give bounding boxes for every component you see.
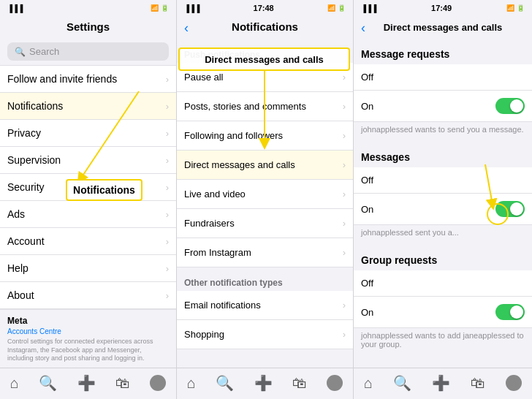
dm-calls-item[interactable]: Direct messages and calls ›	[177, 151, 353, 180]
message-requests-section: Message requests Off On johnapplessed wa…	[354, 39, 532, 140]
chevron-icon: ›	[166, 209, 169, 220]
group-req-on-label: On	[361, 307, 373, 318]
notifications-label: Notifications	[7, 100, 63, 112]
group-req-off-label: Off	[361, 278, 373, 289]
email-notifications-label: Email notifications	[184, 300, 261, 311]
settings-item-follow[interactable]: Follow and invite friends ›	[0, 65, 176, 93]
search-bar[interactable]: 🔍 Search	[7, 42, 169, 61]
messages-toggle[interactable]	[495, 201, 525, 217]
search-placeholder: Search	[29, 46, 59, 57]
chevron-icon: ›	[166, 236, 169, 247]
avatar-nav[interactable]	[150, 375, 166, 391]
shop-nav-icon-2[interactable]: 🛍	[292, 375, 307, 392]
settings-item-help[interactable]: Help ›	[0, 255, 176, 282]
privacy-label: Privacy	[7, 127, 41, 139]
live-video-label: Live and video	[184, 189, 246, 200]
home-nav-icon-2[interactable]: ⌂	[187, 375, 196, 392]
msg-req-off-label: Off	[361, 72, 373, 83]
settings-item-account[interactable]: Account ›	[0, 228, 176, 255]
add-nav-icon-2[interactable]: ➕	[254, 374, 273, 392]
dm-list: Message requests Off On johnapplessed wa…	[354, 39, 532, 368]
about-label: About	[7, 289, 34, 301]
settings-item-security[interactable]: Security ›	[0, 174, 176, 201]
chevron-icon: ›	[166, 182, 169, 193]
email-notifications-item[interactable]: Email notifications ›	[177, 291, 353, 320]
search-icon: 🔍	[15, 47, 26, 57]
following-followers-item[interactable]: Following and followers ›	[177, 121, 353, 151]
msg-req-note: johnapplessed wants to send you a messag…	[354, 122, 532, 140]
avatar-nav-3[interactable]	[506, 375, 522, 391]
accounts-centre-link[interactable]: Accounts Centre	[7, 327, 169, 335]
notifications-panel: ▐▐▐ 17:48 📶🔋 ‹ Notifications Push notifi…	[177, 0, 354, 399]
search-nav-icon-2[interactable]: 🔍	[216, 374, 234, 392]
msg-req-on-label: On	[361, 101, 373, 112]
group-req-on[interactable]: On	[354, 297, 532, 328]
following-followers-label: Following and followers	[184, 130, 283, 141]
settings-title: Settings	[66, 20, 110, 33]
chevron-icon: ›	[343, 72, 346, 83]
group-req-off[interactable]: Off	[354, 270, 532, 297]
settings-item-privacy[interactable]: Privacy ›	[0, 120, 176, 147]
status-bar-2: ▐▐▐ 17:48 📶🔋	[177, 0, 353, 16]
messages-note: johnapplessed sent you a...	[354, 225, 532, 243]
chevron-icon: ›	[343, 101, 346, 112]
fundraisers-item[interactable]: Fundraisers ›	[177, 209, 353, 238]
group-requests-title: Group requests	[354, 246, 532, 270]
push-notifications-header: Push notifications	[177, 39, 353, 63]
supervision-label: Supervision	[7, 154, 61, 166]
group-req-toggle[interactable]	[495, 304, 525, 320]
back-arrow-3[interactable]: ‹	[361, 20, 365, 36]
ads-label: Ads	[7, 208, 25, 220]
add-nav-icon[interactable]: ➕	[77, 374, 96, 392]
settings-item-about[interactable]: About ›	[0, 282, 176, 309]
chevron-icon: ›	[343, 159, 346, 170]
shopping-item[interactable]: Shopping ›	[177, 320, 353, 349]
chevron-icon: ›	[166, 128, 169, 139]
home-nav-icon[interactable]: ⌂	[10, 375, 19, 392]
avatar-nav-2[interactable]	[327, 375, 343, 391]
settings-item-notifications[interactable]: Notifications ›	[0, 93, 176, 120]
shop-nav-icon[interactable]: 🛍	[115, 375, 130, 392]
video-chats-title: Video chats	[354, 357, 532, 368]
search-nav-icon-3[interactable]: 🔍	[393, 374, 411, 392]
signal-icons: ▐▐▐	[7, 4, 23, 12]
status-bar-1: ▐▐▐ 📶🔋	[0, 0, 176, 16]
msg-req-on[interactable]: On	[354, 91, 532, 122]
security-label: Security	[7, 181, 45, 193]
signal-icons-3: ▐▐▐	[361, 4, 376, 12]
messages-title: Messages	[354, 142, 532, 167]
settings-list: Follow and invite friends › Notification…	[0, 65, 176, 368]
chevron-icon: ›	[166, 290, 169, 301]
back-arrow-2[interactable]: ‹	[184, 20, 189, 36]
msg-req-toggle[interactable]	[495, 98, 525, 114]
chevron-icon: ›	[343, 247, 346, 258]
status-icons-2: 📶🔋	[327, 4, 346, 12]
live-video-item[interactable]: Live and video ›	[177, 180, 353, 209]
settings-item-ads[interactable]: Ads ›	[0, 201, 176, 228]
chevron-icon: ›	[343, 218, 346, 229]
chevron-icon: ›	[166, 74, 169, 85]
chevron-icon: ›	[166, 101, 169, 112]
messages-off[interactable]: Off	[354, 167, 532, 194]
messages-on[interactable]: On	[354, 194, 532, 225]
msg-req-off[interactable]: Off	[354, 64, 532, 91]
time-3: 17:49	[431, 4, 452, 12]
pause-all-item[interactable]: Pause all ›	[177, 63, 353, 92]
from-instagram-item[interactable]: From Instagram ›	[177, 238, 353, 267]
messages-section: Messages Off On johnapplessed sent you a…	[354, 142, 532, 243]
status-bar-3: ▐▐▐ 17:49 📶🔋	[354, 0, 532, 16]
home-nav-icon-3[interactable]: ⌂	[364, 375, 373, 392]
shop-nav-icon-3[interactable]: 🛍	[471, 375, 485, 392]
search-nav-icon[interactable]: 🔍	[39, 374, 57, 392]
dm-panel-title: Direct messages and calls	[384, 22, 503, 33]
status-icons-3: 📶🔋	[506, 4, 525, 12]
chevron-icon: ›	[343, 130, 346, 141]
signal-icons-2: ▐▐▐	[184, 4, 200, 12]
meta-section: Meta Accounts Centre Control settings fo…	[0, 309, 176, 368]
posts-stories-item[interactable]: Posts, stories and comments ›	[177, 92, 353, 121]
follow-label: Follow and invite friends	[7, 73, 117, 85]
add-nav-icon-3[interactable]: ➕	[432, 374, 450, 392]
settings-item-supervision[interactable]: Supervision ›	[0, 147, 176, 174]
settings-header: Settings	[0, 16, 176, 39]
shopping-label: Shopping	[184, 329, 224, 340]
